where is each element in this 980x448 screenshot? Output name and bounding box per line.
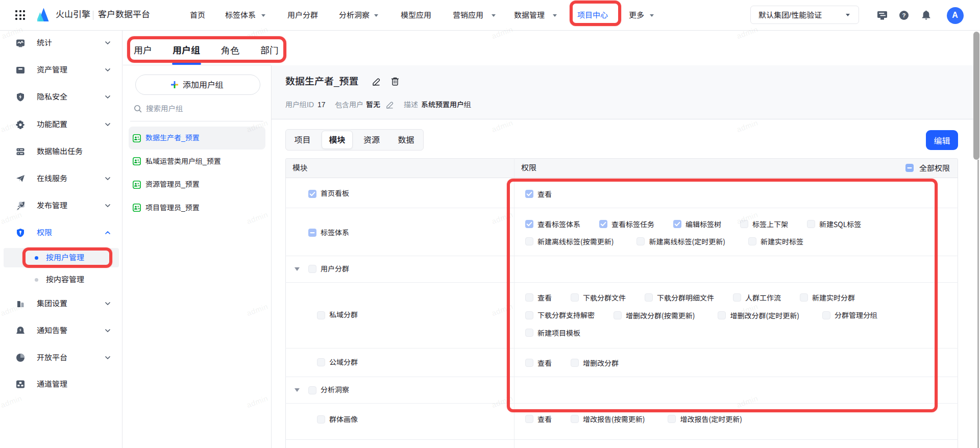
svg-text:?: ? (902, 12, 905, 18)
